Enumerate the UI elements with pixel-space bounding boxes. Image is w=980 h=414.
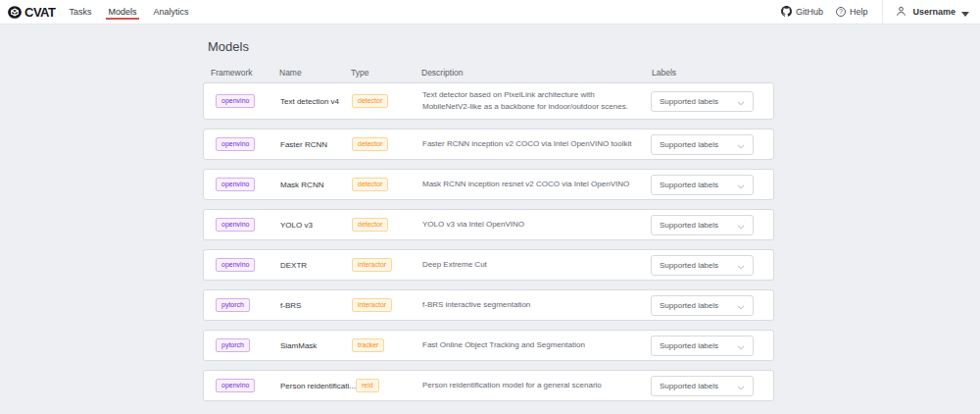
- supported-labels-value: Supported labels: [660, 341, 718, 350]
- supported-labels-select[interactable]: Supported labels: [651, 376, 754, 396]
- name-cell: Mask RCNN detector: [280, 178, 422, 191]
- topbar-right: GitHub Help Username: [781, 0, 980, 24]
- model-name: SiamMask: [280, 341, 352, 350]
- supported-labels-value: Supported labels: [660, 261, 718, 270]
- name-cell: f-BRS interactor: [280, 298, 422, 312]
- nav-item-analytics[interactable]: Analytics: [154, 0, 189, 24]
- model-description: Person reidentification model for a gene…: [422, 380, 651, 391]
- supported-labels-select[interactable]: Supported labels: [651, 295, 754, 316]
- type-tag: interactor: [352, 298, 392, 312]
- model-name: YOLO v3: [280, 221, 352, 230]
- models-page: Models Framework Name Type Description L…: [203, 39, 774, 401]
- chevron-down-icon: [737, 377, 745, 394]
- type-tag: detector: [352, 137, 388, 151]
- nav-item-tasks[interactable]: Tasks: [69, 0, 91, 24]
- github-icon: [781, 6, 792, 19]
- model-description: Fast Online Object Tracking and Segmenta…: [422, 339, 651, 351]
- chevron-down-icon: [737, 176, 745, 193]
- framework-cell: pytorch: [216, 298, 280, 312]
- model-name: DEXTR: [280, 261, 352, 270]
- framework-tag: pytorch: [216, 298, 250, 312]
- help-label: Help: [850, 7, 868, 17]
- supported-labels-select[interactable]: Supported labels: [651, 336, 754, 356]
- column-header-name: Name: [279, 68, 351, 78]
- model-row: openvino Person reidentificati... reid P…: [203, 370, 774, 401]
- supported-labels-value: Supported labels: [660, 97, 718, 106]
- chevron-down-icon: [737, 92, 745, 110]
- github-label: GitHub: [796, 7, 823, 17]
- supported-labels-value: Supported labels: [660, 181, 718, 189]
- user-menu[interactable]: Username: [883, 0, 980, 24]
- model-row: openvino Text detection v4 detector Text…: [203, 82, 774, 120]
- name-cell: Text detection v4 detector: [280, 94, 422, 108]
- help-icon: [836, 7, 846, 17]
- username-label: Username: [912, 7, 956, 17]
- type-tag: detector: [352, 178, 388, 191]
- model-row: pytorch SiamMask tracker Fast Online Obj…: [203, 330, 774, 361]
- column-header-framework: Framework: [211, 68, 279, 78]
- model-name: Mask RCNN: [280, 181, 352, 189]
- name-cell: DEXTR interactor: [280, 258, 422, 272]
- framework-tag: openvino: [216, 94, 255, 108]
- top-navigation-bar: CVAT Tasks Models Analytics GitHub Help: [0, 0, 980, 25]
- chevron-down-icon: [737, 216, 745, 233]
- column-header-labels: Labels: [652, 68, 755, 78]
- model-name: Text detection v4: [280, 97, 352, 106]
- supported-labels-select[interactable]: Supported labels: [651, 134, 754, 155]
- model-row: openvino Mask RCNN detector Mask RCNN in…: [203, 169, 774, 200]
- framework-tag: openvino: [216, 218, 255, 232]
- model-description: Faster RCNN inception v2 COCO via Intel …: [422, 138, 651, 150]
- supported-labels-select[interactable]: Supported labels: [651, 175, 754, 195]
- models-table-rows: openvino Text detection v4 detector Text…: [203, 82, 774, 401]
- model-row: openvino YOLO v3 detector YOLO v3 via In…: [203, 209, 774, 240]
- supported-labels-select[interactable]: Supported labels: [651, 91, 754, 112]
- cvat-logo-icon: [8, 6, 22, 19]
- name-cell: SiamMask tracker: [280, 338, 422, 352]
- type-tag: detector: [352, 94, 388, 108]
- name-cell: Faster RCNN detector: [280, 137, 422, 151]
- model-name: Person reidentificati...: [280, 382, 356, 390]
- column-header-description: Description: [421, 68, 652, 78]
- model-description: YOLO v3 via Intel OpenVINO: [422, 219, 651, 231]
- framework-tag: openvino: [216, 258, 255, 272]
- framework-cell: pytorch: [216, 338, 280, 352]
- table-header: Framework Name Type Description Labels: [203, 67, 774, 78]
- model-name: Faster RCNN: [280, 140, 352, 149]
- framework-tag: openvino: [216, 379, 255, 392]
- type-tag: detector: [352, 218, 388, 232]
- supported-labels-select[interactable]: Supported labels: [651, 255, 754, 276]
- name-cell: Person reidentificati... reid: [280, 379, 422, 392]
- chevron-down-icon: [737, 135, 745, 153]
- model-description: f-BRS interactive segmentation: [422, 299, 651, 311]
- framework-cell: openvino: [216, 379, 280, 392]
- model-name: f-BRS: [280, 301, 352, 310]
- model-description: Mask RCNN inception resnet v2 COCO via I…: [422, 179, 651, 190]
- caret-down-icon: [961, 3, 969, 21]
- type-tag: reid: [356, 379, 379, 392]
- main-nav: Tasks Models Analytics: [69, 0, 188, 24]
- framework-cell: openvino: [216, 178, 280, 191]
- framework-cell: openvino: [216, 94, 280, 108]
- framework-cell: openvino: [216, 258, 280, 272]
- cvat-logo[interactable]: CVAT: [8, 6, 55, 19]
- nav-item-models[interactable]: Models: [108, 0, 136, 24]
- column-header-type: Type: [351, 68, 421, 78]
- type-tag: interactor: [352, 258, 392, 272]
- help-link[interactable]: Help: [836, 7, 868, 17]
- framework-cell: openvino: [216, 218, 280, 232]
- supported-labels-select[interactable]: Supported labels: [651, 215, 754, 235]
- type-tag: tracker: [352, 338, 384, 352]
- chevron-down-icon: [737, 336, 745, 354]
- page-title: Models: [208, 39, 774, 55]
- chevron-down-icon: [737, 256, 745, 274]
- github-link[interactable]: GitHub: [781, 6, 823, 19]
- model-row: openvino DEXTR interactor Deep Extreme C…: [203, 249, 774, 281]
- cvat-logo-text: CVAT: [24, 6, 55, 19]
- supported-labels-value: Supported labels: [660, 221, 718, 230]
- framework-tag: pytorch: [216, 338, 250, 352]
- model-description: Text detector based on PixelLink archite…: [422, 89, 651, 113]
- name-cell: YOLO v3 detector: [280, 218, 422, 232]
- supported-labels-value: Supported labels: [660, 382, 718, 390]
- supported-labels-value: Supported labels: [660, 301, 718, 310]
- model-row: pytorch f-BRS interactor f-BRS interacti…: [203, 289, 774, 321]
